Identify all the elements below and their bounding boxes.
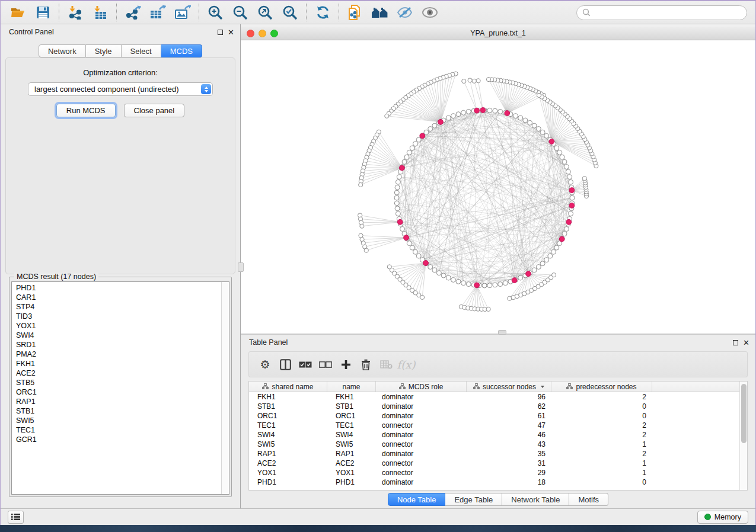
list-item[interactable]: YOX1 — [16, 321, 221, 331]
table-tab-network-table[interactable]: Network Table — [502, 493, 569, 506]
import-table-icon[interactable] — [88, 2, 113, 23]
column-label: name — [342, 383, 360, 391]
cell-succ: 96 — [467, 393, 551, 401]
graph-node — [503, 281, 508, 286]
graph-node — [461, 281, 466, 286]
cell-role: connector — [376, 469, 467, 477]
graph-node — [451, 114, 456, 118]
search-input[interactable] — [576, 5, 747, 20]
run-mcds-button[interactable]: Run MCDS — [56, 104, 116, 117]
mcds-result-list[interactable]: PHD1CAR1STP4TID3YOX1SWI4SRD1PMA2FKH1ACE2… — [11, 281, 229, 495]
float-panel-icon[interactable] — [218, 30, 223, 35]
table-row[interactable]: SWI4SWI4dominator462 — [249, 430, 747, 440]
column-header-successor-nodes[interactable]: successor nodes — [467, 382, 551, 392]
open-file-icon[interactable] — [5, 2, 30, 23]
table-row[interactable]: FKH1FKH1dominator962 — [249, 392, 747, 402]
tab-select[interactable]: Select — [122, 44, 161, 57]
network-graph[interactable] — [241, 40, 755, 334]
deselect-all-icon[interactable] — [315, 354, 336, 374]
table-row[interactable]: RAP1RAP1dominator352 — [249, 449, 747, 459]
list-item[interactable]: TID3 — [16, 312, 221, 321]
list-item[interactable]: TEC1 — [16, 425, 221, 435]
select-all-icon[interactable] — [295, 354, 315, 374]
network-window-titlebar[interactable]: YPA_prune.txt_1 — [241, 27, 755, 40]
graph-node — [540, 261, 545, 266]
column-header-shared-name[interactable]: shared name — [249, 382, 327, 392]
import-network-icon[interactable] — [63, 2, 88, 23]
zoom-fit-icon[interactable] — [253, 2, 277, 23]
search-icon — [582, 8, 591, 17]
column-header-name[interactable]: name — [327, 382, 376, 392]
tab-network[interactable]: Network — [39, 44, 86, 57]
show-all-icon[interactable] — [417, 2, 442, 23]
graph-node — [446, 275, 451, 280]
list-item[interactable]: SWI5 — [16, 416, 221, 425]
export-table-icon[interactable] — [145, 2, 170, 23]
list-item[interactable]: STP4 — [16, 302, 221, 312]
table-row[interactable]: ACE2ACE2connector311 — [249, 459, 747, 468]
list-item[interactable]: PMA2 — [16, 350, 221, 359]
list-item[interactable]: STB5 — [16, 378, 221, 387]
close-table-panel-icon[interactable]: ✕ — [743, 340, 749, 345]
optimization-criterion-label: Optimization criterion: — [6, 68, 235, 77]
list-item[interactable]: ORC1 — [16, 387, 221, 397]
table-row[interactable]: TEC1TEC1connector472 — [249, 421, 747, 430]
close-panel-icon[interactable]: ✕ — [228, 30, 234, 35]
zoom-in-icon[interactable] — [203, 2, 228, 23]
vertical-splitter-grip[interactable] — [238, 262, 244, 272]
select-stepper-icon — [201, 84, 211, 94]
list-item[interactable]: CAR1 — [16, 293, 221, 302]
table-scrollbar[interactable] — [739, 382, 747, 490]
column-header-MCDS-role[interactable]: MCDS role — [376, 382, 467, 392]
refresh-view-icon[interactable] — [310, 2, 335, 23]
graph-node — [394, 190, 399, 195]
add-column-icon[interactable] — [336, 354, 356, 374]
float-table-panel-icon[interactable] — [733, 340, 738, 345]
graph-leaf-node — [472, 79, 476, 83]
table-tab-node-table[interactable]: Node Table — [388, 493, 446, 506]
zoom-out-icon[interactable] — [228, 2, 253, 23]
list-item[interactable]: SRD1 — [16, 340, 221, 350]
show-columns-icon[interactable] — [275, 354, 295, 374]
hide-selected-icon[interactable] — [393, 2, 417, 23]
close-panel-button[interactable]: Close panel — [124, 104, 185, 117]
list-item[interactable]: ACE2 — [16, 368, 221, 378]
table-row[interactable]: PHD1PHD1dominator180 — [249, 477, 747, 487]
graph-node — [394, 196, 399, 200]
table-tab-motifs[interactable]: Motifs — [569, 493, 608, 506]
tab-style[interactable]: Style — [86, 44, 122, 57]
clone-network-icon[interactable] — [343, 2, 368, 23]
list-item[interactable]: SWI4 — [16, 331, 221, 340]
save-session-icon[interactable] — [30, 2, 55, 23]
table-row[interactable]: STB1STB1dominator620 — [249, 402, 747, 411]
task-history-button[interactable] — [8, 511, 24, 524]
column-header-predecessor-nodes[interactable]: predecessor nodes — [551, 382, 652, 392]
table-row[interactable]: ORC1ORC1dominator610 — [249, 411, 747, 421]
criterion-select[interactable]: largest connected component (undirected) — [28, 82, 213, 96]
export-image-icon[interactable] — [170, 2, 195, 23]
zoom-selected-icon[interactable] — [277, 2, 302, 23]
column-label: predecessor nodes — [576, 383, 636, 391]
memory-button[interactable]: Memory — [697, 511, 748, 524]
cell-name: RAP1 — [327, 450, 376, 458]
table-row[interactable]: YOX1YOX1connector291 — [249, 468, 747, 477]
tab-mcds[interactable]: MCDS — [161, 44, 202, 57]
delete-column-icon[interactable] — [356, 354, 376, 374]
horizontal-splitter-grip[interactable] — [498, 330, 506, 335]
list-item[interactable]: GCR1 — [16, 435, 221, 444]
table-row[interactable]: SWI5SWI5connector431 — [249, 440, 747, 449]
graph-nodes[interactable] — [358, 72, 599, 312]
table-settings-gear-icon[interactable]: ⚙ — [255, 354, 275, 374]
list-item[interactable]: STB1 — [16, 406, 221, 416]
result-list-scrollbar[interactable] — [221, 282, 229, 494]
graph-node — [395, 185, 400, 190]
export-network-icon[interactable] — [120, 2, 145, 23]
list-item[interactable]: RAP1 — [16, 397, 221, 406]
first-neighbors-icon[interactable] — [368, 2, 393, 23]
network-canvas[interactable] — [241, 40, 755, 334]
list-item[interactable]: PHD1 — [16, 283, 221, 293]
table-tab-edge-table[interactable]: Edge Table — [445, 493, 502, 506]
cell-succ: 43 — [467, 440, 551, 448]
graph-node — [461, 110, 466, 115]
list-item[interactable]: FKH1 — [16, 359, 221, 368]
